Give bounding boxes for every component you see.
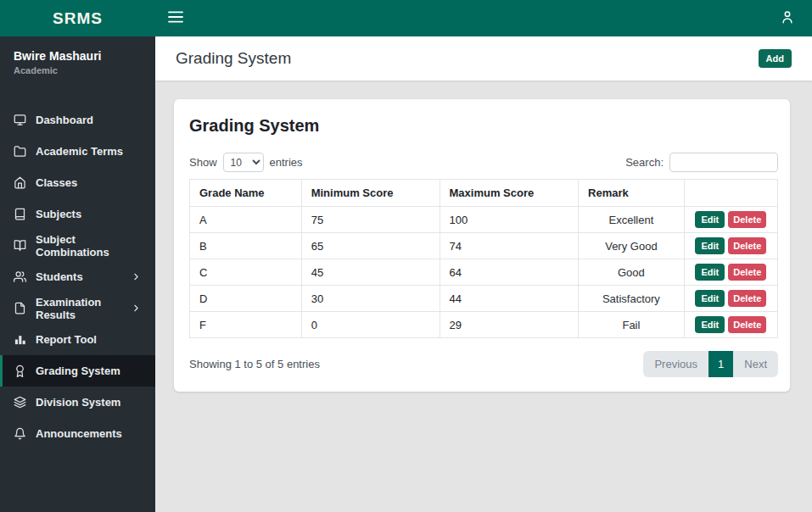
show-label: Show	[189, 156, 217, 169]
sidebar-item-division-system[interactable]: Division System	[0, 387, 155, 418]
edit-button[interactable]: Edit	[695, 290, 725, 307]
sidebar-item-label: Classes	[36, 176, 77, 189]
sidebar-item-dashboard[interactable]: Dashboard	[0, 104, 155, 136]
user-block: Bwire Mashauri Academic	[0, 36, 155, 86]
grading-table-head: Grade Name Minimum Score Maximum Score R…	[190, 180, 778, 207]
folder-icon	[14, 145, 26, 158]
add-button[interactable]: Add	[759, 49, 792, 68]
header-actions	[684, 180, 777, 207]
book-icon	[14, 208, 26, 220]
header-minimum-score: Minimum Score	[301, 180, 440, 207]
home-icon	[14, 176, 26, 189]
award-icon	[14, 365, 26, 377]
sidebar-item-subject-combinations[interactable]: Subject Combinations	[0, 230, 155, 261]
content: Grading System Show 10 entries Search:	[155, 81, 812, 512]
page-title-bar: Grading System Add	[155, 36, 812, 81]
sidebar-nav: DashboardAcademic TermsClassesSubjectsSu…	[0, 104, 155, 449]
grading-system-card: Grading System Show 10 entries Search:	[174, 99, 790, 392]
table-controls: Show 10 entries Search:	[189, 153, 778, 172]
header-maximum-score: Maximum Score	[440, 180, 579, 207]
sidebar-item-label: Dashboard	[36, 114, 93, 126]
header-remark: Remark	[579, 180, 685, 207]
pagination-next[interactable]: Next	[733, 351, 778, 377]
grade-name-cell: F	[190, 312, 302, 338]
main-area: Grading System Add Grading System Show 1…	[155, 0, 812, 512]
pagination-page-1[interactable]: 1	[708, 351, 733, 377]
sidebar-item-students[interactable]: Students	[0, 261, 155, 292]
maximum-score-cell: 100	[440, 207, 579, 233]
remark-cell: Good	[579, 259, 685, 286]
delete-button[interactable]: Delete	[728, 290, 766, 307]
sidebar-item-academic-terms[interactable]: Academic Terms	[0, 136, 155, 167]
sidebar-item-label: Grading System	[36, 365, 120, 377]
maximum-score-cell: 44	[440, 286, 579, 312]
entries-label: entries	[270, 156, 303, 169]
sidebar: SRMS Bwire Mashauri Academic DashboardAc…	[0, 0, 155, 512]
minimum-score-cell: 30	[301, 286, 440, 312]
table-header-row: Grade Name Minimum Score Maximum Score R…	[190, 180, 778, 207]
maximum-score-cell: 74	[440, 233, 579, 259]
delete-button[interactable]: Delete	[728, 316, 766, 333]
sidebar-item-report-tool[interactable]: Report Tool	[0, 324, 155, 355]
sidebar-item-subjects[interactable]: Subjects	[0, 198, 155, 230]
search-input[interactable]	[669, 153, 778, 172]
open-book-icon	[14, 239, 26, 252]
actions-cell: EditDelete	[684, 233, 777, 259]
sidebar-item-examination-results[interactable]: Examination Results	[0, 292, 155, 324]
pagination-previous[interactable]: Previous	[643, 351, 708, 377]
sidebar-item-label: Academic Terms	[36, 145, 123, 158]
bell-icon	[14, 427, 26, 440]
card-title: Grading System	[189, 116, 778, 136]
person-icon	[780, 9, 795, 27]
grade-name-cell: A	[190, 207, 302, 233]
maximum-score-cell: 64	[440, 259, 579, 286]
minimum-score-cell: 75	[301, 207, 440, 233]
sidebar-item-label: Report Tool	[36, 333, 97, 346]
grade-name-cell: D	[190, 286, 302, 312]
table-row: C4564GoodEditDelete	[190, 259, 778, 286]
layers-icon	[14, 396, 26, 409]
minimum-score-cell: 45	[301, 259, 440, 286]
sidebar-item-label: Subjects	[36, 208, 81, 220]
remark-cell: Excellent	[579, 207, 685, 233]
pagination: Previous 1 Next	[643, 351, 778, 377]
top-navbar	[155, 0, 812, 36]
grade-name-cell: C	[190, 259, 302, 286]
table-row: A75100ExcellentEditDelete	[190, 207, 778, 233]
entries-select[interactable]: 10	[223, 153, 264, 172]
grade-name-cell: B	[190, 233, 302, 259]
remark-cell: Very Good	[579, 233, 685, 259]
entries-info: Showing 1 to 5 of 5 entries	[189, 358, 320, 370]
brand-logo: SRMS	[0, 0, 155, 36]
entries-length-menu: Show 10 entries	[189, 153, 303, 172]
sidebar-item-label: Subject Combinations	[36, 233, 142, 259]
delete-button[interactable]: Delete	[728, 237, 766, 254]
users-icon	[14, 270, 26, 283]
actions-cell: EditDelete	[684, 286, 777, 312]
chevron-right-icon	[131, 271, 142, 282]
delete-button[interactable]: Delete	[728, 264, 766, 281]
user-role: Academic	[14, 65, 142, 75]
menu-toggle-button[interactable]	[167, 10, 184, 26]
edit-button[interactable]: Edit	[695, 316, 725, 333]
sidebar-item-grading-system[interactable]: Grading System	[0, 355, 155, 387]
actions-cell: EditDelete	[684, 312, 777, 338]
edit-button[interactable]: Edit	[695, 264, 725, 281]
sidebar-item-classes[interactable]: Classes	[0, 167, 155, 198]
grading-table-body: A75100ExcellentEditDeleteB6574Very GoodE…	[190, 207, 778, 338]
file-icon	[14, 302, 26, 314]
minimum-score-cell: 0	[301, 312, 440, 338]
sidebar-item-label: Students	[36, 270, 83, 283]
delete-button[interactable]: Delete	[728, 211, 766, 228]
maximum-score-cell: 29	[440, 312, 579, 338]
table-row: B6574Very GoodEditDelete	[190, 233, 778, 259]
sidebar-item-announcements[interactable]: Announcements	[0, 418, 155, 449]
dashboard-icon	[14, 114, 26, 126]
actions-cell: EditDelete	[684, 259, 777, 286]
search-box: Search:	[625, 153, 778, 172]
table-row: F029FailEditDelete	[190, 312, 778, 338]
user-menu-button[interactable]	[780, 9, 795, 27]
edit-button[interactable]: Edit	[695, 237, 725, 254]
remark-cell: Fail	[579, 312, 685, 338]
edit-button[interactable]: Edit	[695, 211, 725, 228]
